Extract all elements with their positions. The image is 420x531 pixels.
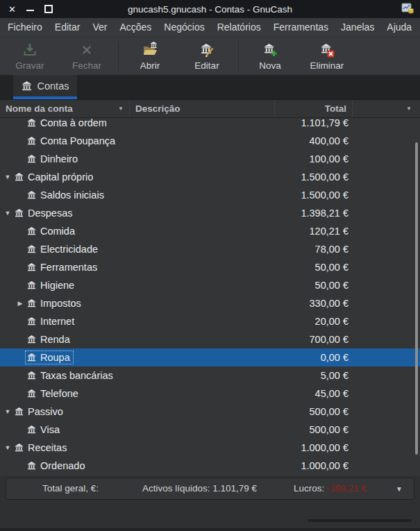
account-name: Dinheiro <box>40 153 78 165</box>
account-total: 1.101,79 € <box>301 118 348 132</box>
close-icon <box>78 42 95 58</box>
table-row[interactable]: Saldos iniciais 1.500,00 € <box>0 186 420 204</box>
expander-icon[interactable] <box>15 294 25 312</box>
window-minimize-icon[interactable] <box>26 10 34 11</box>
account-bank-icon <box>27 137 36 145</box>
table-row[interactable]: Telefone 45,00 € <box>0 385 420 403</box>
column-header-description[interactable]: Descrição <box>129 100 274 117</box>
account-bank-icon <box>27 335 36 344</box>
bottom-area: Total geral, €: Activos líquidos: 1.101,… <box>0 476 420 531</box>
menu-ajuda[interactable]: Ajuda <box>380 18 418 37</box>
account-bank-icon <box>27 462 36 470</box>
new-account-button[interactable]: Nova <box>242 40 299 73</box>
menu-relatorios[interactable]: Relatórios <box>211 18 267 37</box>
toolbar-separator <box>238 42 239 71</box>
title-bar: ✕ gnucash5.gnucash - Contas - GnuCash <box>0 0 420 18</box>
menu-ver[interactable]: Ver <box>86 18 113 37</box>
horizontal-scrollbar-thumb[interactable] <box>308 519 412 522</box>
tab-bar: Contas <box>0 75 420 100</box>
window-close-icon[interactable]: ✕ <box>8 5 16 14</box>
table-row[interactable]: Ordenado 1.000,00 € <box>0 457 420 475</box>
table-row[interactable]: Conta à ordem 1.101,79 € <box>0 118 420 132</box>
table-row[interactable]: Receitas 1.000,00 € <box>0 439 420 457</box>
edit-button-label: Editar <box>194 60 219 71</box>
tab-contas[interactable]: Contas <box>13 75 77 99</box>
account-name: Renda <box>40 334 70 345</box>
net-assets-text: Activos líquidos: 1.101,79 € <box>142 483 257 494</box>
expander-icon[interactable] <box>3 168 12 186</box>
table-row[interactable]: Comida 120,21 € <box>0 222 420 240</box>
column-header-name[interactable]: Nome da conta ▼ <box>0 100 129 117</box>
edit-account-icon <box>199 42 215 58</box>
close-tab-button[interactable]: Fechar <box>58 40 115 73</box>
table-row[interactable]: Conta Poupança 400,00 € <box>0 132 420 150</box>
account-bank-icon <box>27 119 36 127</box>
table-row[interactable]: Roupa 0,00 € <box>0 348 420 366</box>
menu-negocios[interactable]: Negócios <box>158 18 210 37</box>
save-button-label: Gravar <box>15 60 44 71</box>
accounts-tree: Conta à ordem 1.101,79 € Conta Poupança <box>0 118 420 476</box>
account-bank-icon <box>27 425 36 434</box>
column-description-label: Descrição <box>135 103 180 114</box>
table-row[interactable]: Renda 700,00 € <box>0 330 420 348</box>
column-header-total[interactable]: Total <box>274 100 352 117</box>
table-row[interactable]: Impostos 330,00 € <box>0 294 420 312</box>
table-row[interactable]: Visa 500,00 € <box>0 421 420 439</box>
table-row[interactable]: Dinheiro 100,00 € <box>0 150 420 168</box>
column-options-button[interactable]: ▼ <box>352 100 420 117</box>
account-name: Despesas <box>28 208 72 219</box>
table-row[interactable]: Despesas 1.398,21 € <box>0 204 420 222</box>
expander-icon[interactable] <box>3 403 12 421</box>
table-row[interactable]: Higiene 50,00 € <box>0 276 420 294</box>
account-cell: Visa <box>25 423 63 437</box>
delete-account-button[interactable]: Eliminar <box>299 40 355 73</box>
table-row[interactable]: Internet 20,00 € <box>0 312 420 330</box>
menu-ficheiro[interactable]: Ficheiro <box>1 18 49 37</box>
account-name: Impostos <box>40 298 81 309</box>
save-icon <box>22 42 38 58</box>
account-bank-icon <box>27 299 36 307</box>
account-name: Ordenado <box>40 460 85 471</box>
table-row[interactable]: Ferramentas 50,00 € <box>0 258 420 276</box>
account-cell: Roupa <box>25 351 74 364</box>
table-row[interactable]: Passivo 500,00 € <box>0 403 420 421</box>
menu-ferramentas[interactable]: Ferramentas <box>267 18 335 37</box>
summary-dropdown-icon[interactable]: ▼ <box>396 485 403 493</box>
window-maximize-icon[interactable] <box>44 5 53 13</box>
account-total: 400,00 € <box>310 132 348 150</box>
account-total: 700,00 € <box>310 330 348 348</box>
save-button[interactable]: Gravar <box>1 40 58 73</box>
open-button[interactable]: Abrir <box>121 40 178 73</box>
account-total: 1.500,00 € <box>301 168 348 186</box>
expander-icon[interactable] <box>3 439 12 457</box>
profits-label: Lucros: <box>294 483 324 494</box>
grand-total-label: Total geral, €: <box>42 483 99 494</box>
account-total: 1.000,00 € <box>301 457 348 475</box>
table-row[interactable]: Electricidade 78,00 € <box>0 240 420 258</box>
menu-editar[interactable]: Editar <box>49 18 87 37</box>
table-row[interactable]: Capital próprio 1.500,00 € <box>0 168 420 186</box>
column-total-label: Total <box>325 103 346 114</box>
menu-bar: Ficheiro Editar Ver Acções Negócios Rela… <box>0 18 420 37</box>
column-header-row: Nome da conta ▼ Descrição Total ▼ <box>0 100 420 118</box>
menu-janelas[interactable]: Janelas <box>335 18 380 37</box>
edit-account-button[interactable]: Editar <box>178 40 235 73</box>
account-bank-icon <box>15 407 24 416</box>
account-cell: Impostos <box>25 296 85 310</box>
account-name: Ferramentas <box>40 262 97 273</box>
account-name: Higiene <box>40 280 74 291</box>
menu-accoes[interactable]: Acções <box>113 18 158 37</box>
close-button-label: Fechar <box>72 60 101 71</box>
expander-icon[interactable] <box>3 204 12 222</box>
account-total: 45,00 € <box>315 385 348 403</box>
toolbar: Gravar Fechar <box>0 37 420 75</box>
account-name: Receitas <box>28 442 67 453</box>
account-cell: Saldos iniciais <box>25 188 108 202</box>
account-name: Saldos iniciais <box>40 189 104 201</box>
vertical-scrollbar-thumb[interactable] <box>415 142 418 455</box>
account-cell: Ordenado <box>25 459 89 473</box>
account-total: 1.000,00 € <box>301 439 348 457</box>
delete-button-label: Eliminar <box>310 60 344 71</box>
table-row[interactable]: Taxas bancárias 5,00 € <box>0 366 420 385</box>
open-folder-icon <box>142 42 158 58</box>
